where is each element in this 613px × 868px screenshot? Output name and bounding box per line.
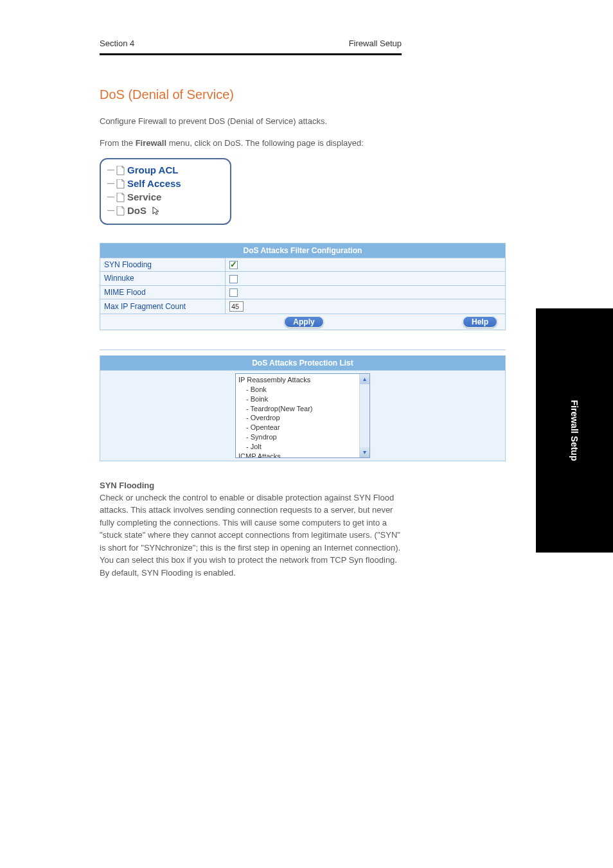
list-item: - Syndrop: [238, 432, 357, 442]
nav-tree-screenshot: ┈┈ Group ACL ┈┈ Self Access ┈┈ Service ┈…: [100, 158, 231, 225]
protection-title: DoS Attacks Protection List: [100, 355, 506, 370]
protection-section: DoS Attacks Protection List IP Reassembl…: [100, 350, 506, 461]
file-icon: [116, 165, 125, 175]
nav-item-dos[interactable]: ┈┈ DoS: [107, 204, 224, 217]
definition-syn-flooding: SYN Flooding Check or uncheck the contro…: [100, 481, 402, 580]
protection-table: DoS Attacks Protection List IP Reassembl…: [100, 355, 506, 461]
mime-flood-checkbox[interactable]: [229, 288, 238, 297]
protection-listbox[interactable]: IP Reassembly Attacks - Bonk - Boink - T…: [235, 373, 370, 458]
tree-connector: ┈┈: [107, 206, 114, 215]
definition-title: SYN Flooding: [100, 481, 402, 490]
config-row-mime-flood: MIME Flood: [100, 285, 506, 299]
nav-label: Self Access: [127, 177, 181, 190]
config-title: DoS Attacks Filter Configuration: [100, 244, 506, 258]
nav-label: Service: [127, 190, 161, 204]
config-row-max-ip-fragment: Max IP Fragment Count: [100, 299, 506, 314]
list-item: - Opentear: [238, 423, 357, 432]
page-header: Section 4 Firewall Setup: [100, 39, 402, 55]
max-ip-fragment-input[interactable]: [229, 301, 244, 312]
tree-connector: ┈┈: [107, 179, 114, 188]
nav-label: DoS: [127, 204, 147, 217]
list-item: - Bonk: [238, 385, 357, 394]
page-content: Section 4 Firewall Setup DoS (Denial of …: [0, 0, 501, 868]
nav-item-service[interactable]: ┈┈ Service: [107, 190, 224, 204]
scroll-down-button[interactable]: ▾: [360, 447, 369, 457]
list-item: - Jolt: [238, 442, 357, 452]
header-section-label: Section 4: [100, 39, 134, 48]
config-label: Max IP Fragment Count: [100, 299, 226, 314]
list-item: - Overdrop: [238, 413, 357, 423]
scrollbar[interactable]: ▴ ▾: [359, 374, 369, 457]
side-tab-label: Firewall Setup: [569, 400, 580, 461]
config-label: SYN Flooding: [100, 258, 226, 272]
nav-instruction: From the Firewall menu, click on DoS. Th…: [100, 137, 402, 150]
tree-connector: ┈┈: [107, 193, 114, 202]
nav-item-self-access[interactable]: ┈┈ Self Access: [107, 177, 224, 190]
syn-flooding-checkbox[interactable]: [229, 261, 238, 269]
nav-label: Group ACL: [127, 163, 178, 177]
dos-config-table: DoS Attacks Filter Configuration SYN Flo…: [100, 243, 506, 330]
scroll-up-button[interactable]: ▴: [360, 374, 369, 384]
intro-text: Configure Firewall to prevent DoS (Denia…: [100, 115, 402, 128]
help-button[interactable]: Help: [463, 316, 497, 328]
list-item: - Teardrop(New Tear): [238, 404, 357, 414]
apply-button[interactable]: Apply: [284, 316, 323, 328]
scroll-track[interactable]: [360, 384, 369, 447]
winnuke-checkbox[interactable]: [229, 275, 238, 283]
section-heading: DoS (Denial of Service): [100, 87, 402, 102]
divider: [100, 350, 506, 350]
config-row-syn-flooding: SYN Flooding: [100, 258, 506, 272]
nav-item-group-acl[interactable]: ┈┈ Group ACL: [107, 163, 224, 177]
file-icon: [116, 179, 125, 188]
definition-body: Check or uncheck the control to enable o…: [100, 492, 402, 580]
config-label: MIME Flood: [100, 285, 226, 299]
side-tab: Firewall Setup: [536, 308, 613, 553]
list-item: ICMP Attacks: [238, 452, 357, 457]
config-row-winnuke: Winnuke: [100, 272, 506, 285]
tree-connector: ┈┈: [107, 166, 114, 175]
config-label: Winnuke: [100, 272, 226, 285]
header-section-title: Firewall Setup: [349, 39, 402, 48]
file-icon: [116, 206, 125, 215]
cursor-icon: [152, 206, 162, 216]
listbox-content: IP Reassembly Attacks - Bonk - Boink - T…: [236, 374, 359, 457]
list-item: IP Reassembly Attacks: [238, 375, 357, 385]
file-icon: [116, 192, 125, 202]
list-item: - Boink: [238, 394, 357, 404]
config-button-row: Apply Help: [100, 314, 506, 330]
